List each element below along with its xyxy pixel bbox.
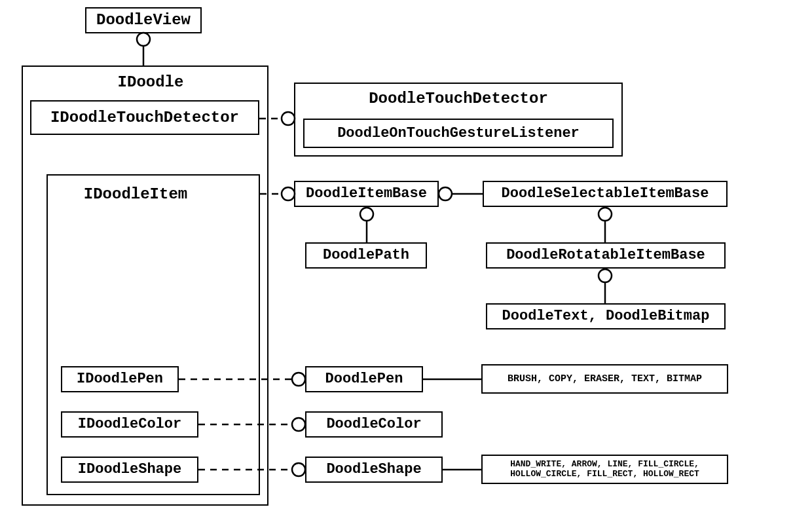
container-idoodleitem: [46, 174, 260, 495]
node-shapevalues: HAND_WRITE, ARROW, LINE, FILL_CIRCLE, HO…: [481, 455, 728, 484]
node-doodlepath: DoodlePath: [305, 242, 427, 269]
svg-point-9: [360, 208, 373, 221]
title-doodletouchdetector: DoodleTouchDetector: [367, 90, 550, 107]
node-label: DoodleItemBase: [306, 185, 427, 202]
node-idoodlecolor: IDoodleColor: [61, 411, 198, 438]
node-label: DoodleRotatableItemBase: [506, 247, 705, 263]
node-label: DoodleTouchDetector: [369, 90, 548, 107]
svg-point-11: [599, 208, 612, 221]
node-label: IDoodlePen: [77, 371, 163, 387]
node-doodleshape: DoodleShape: [305, 457, 443, 483]
node-doodleontouchgesturelistener: DoodleOnTouchGestureListener: [303, 119, 614, 148]
node-doodlerotatableitembase: DoodleRotatableItemBase: [486, 242, 726, 269]
node-doodleitembase: DoodleItemBase: [294, 181, 439, 207]
node-penvalues: BRUSH, COPY, ERASER, TEXT, BITMAP: [481, 364, 728, 394]
node-doodletextbitmap: DoodleText, DoodleBitmap: [486, 303, 726, 329]
title-idoodleitem: IDoodleItem: [70, 185, 201, 203]
svg-point-3: [282, 112, 295, 125]
title-idoodle: IDoodle: [98, 73, 203, 91]
node-label: IDoodle: [118, 73, 184, 91]
node-label: DoodleColor: [326, 416, 421, 432]
node-label: DoodlePath: [323, 247, 409, 263]
svg-point-1: [137, 33, 150, 46]
connector-selectable-rotatable: [599, 207, 612, 242]
node-idoodlepen: IDoodlePen: [61, 366, 179, 392]
node-doodlecolor: DoodleColor: [305, 411, 443, 438]
node-doodleselectableitembase: DoodleSelectableItemBase: [483, 181, 728, 207]
node-idoodletouchdetector: IDoodleTouchDetector: [30, 100, 259, 135]
node-label: DoodlePen: [325, 371, 403, 387]
connector-doodleitembase-doodleselectableitembase: [439, 187, 483, 200]
node-label: HAND_WRITE, ARROW, LINE, FILL_CIRCLE, HO…: [488, 460, 722, 479]
node-label: IDoodleColor: [78, 416, 181, 432]
node-doodleview: DoodleView: [85, 7, 202, 33]
node-label: DoodleView: [96, 11, 191, 29]
svg-point-7: [439, 187, 452, 200]
node-label: DoodleShape: [326, 461, 421, 477]
svg-point-15: [292, 373, 305, 386]
svg-point-18: [292, 418, 305, 431]
connector-doodleview-idoodle: [137, 33, 150, 66]
node-doodlepen: DoodlePen: [305, 366, 423, 392]
node-label: DoodleSelectableItemBase: [502, 185, 709, 202]
node-label: DoodleOnTouchGestureListener: [337, 125, 580, 141]
node-label: IDoodleShape: [78, 461, 181, 477]
node-label: IDoodleItem: [84, 185, 187, 203]
node-label: BRUSH, COPY, ERASER, TEXT, BITMAP: [507, 373, 702, 384]
node-label: IDoodleTouchDetector: [50, 109, 239, 127]
node-idoodleshape: IDoodleShape: [61, 457, 198, 483]
svg-point-20: [292, 463, 305, 476]
svg-point-13: [599, 269, 612, 282]
connector-rotatable-textbitmap: [599, 269, 612, 303]
svg-point-5: [282, 187, 295, 200]
connector-doodleitembase-doodlepath: [360, 207, 373, 242]
node-label: DoodleText, DoodleBitmap: [502, 308, 710, 324]
